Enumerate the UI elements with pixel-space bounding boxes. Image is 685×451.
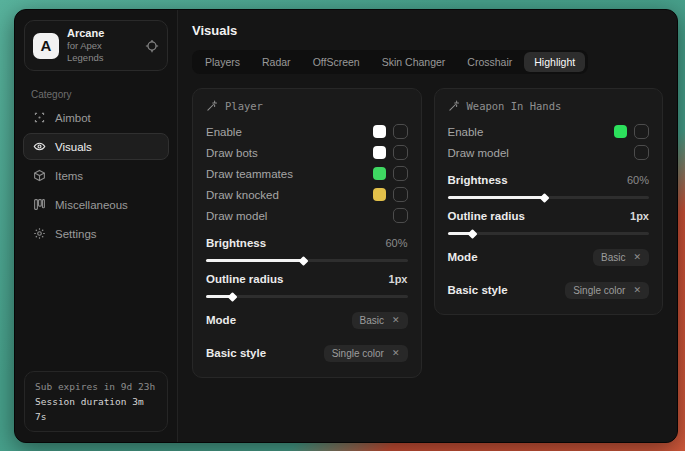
- basic-style-tag[interactable]: Single color ✕: [565, 282, 649, 299]
- brightness-slider[interactable]: [448, 196, 650, 199]
- color-swatch[interactable]: [373, 167, 386, 180]
- category-label: Category: [31, 89, 177, 100]
- sidebar-item-label: Settings: [55, 228, 97, 240]
- outline-radius-slider-block: Outline radius 1px: [206, 270, 408, 298]
- basic-style-select-row: Basic style Single color ✕: [206, 342, 408, 364]
- panel-title: Player: [225, 100, 263, 112]
- sidebar-item-label: Items: [55, 170, 83, 182]
- wand-icon: [448, 100, 460, 112]
- tab-players[interactable]: Players: [195, 52, 250, 72]
- eye-icon: [33, 140, 46, 153]
- remove-tag-icon[interactable]: ✕: [392, 316, 400, 325]
- color-swatch[interactable]: [614, 125, 627, 138]
- box-icon: [33, 169, 46, 182]
- color-swatch[interactable]: [373, 146, 386, 159]
- columns-icon: [33, 198, 46, 211]
- weapon-in-hands-panel: Weapon In Hands Enable Draw model: [434, 88, 664, 315]
- sidebar-item-label: Visuals: [55, 141, 92, 153]
- session-duration-text: Session duration 3m 7s: [35, 394, 157, 424]
- mode-tag[interactable]: Basic ✕: [352, 312, 408, 329]
- sidebar-nav: Aimbot Visuals Items: [15, 104, 177, 247]
- tab-offscreen[interactable]: OffScreen: [303, 52, 370, 72]
- toggle-row-draw-knocked: Draw knocked: [206, 184, 408, 205]
- mode-select-row: Mode Basic ✕: [206, 309, 408, 331]
- page-title: Visuals: [192, 23, 663, 38]
- toggle-row-enable: Enable: [448, 121, 650, 142]
- toggle-row-enable: Enable: [206, 121, 408, 142]
- sub-expiry-text: Sub expires in 9d 23h: [35, 379, 157, 394]
- sidebar-item-miscellaneous[interactable]: Miscellaneous: [23, 191, 169, 218]
- basic-style-tag[interactable]: Single color ✕: [324, 345, 408, 362]
- toggle-row-draw-model: Draw model: [448, 142, 650, 163]
- brightness-slider-block: Brightness 60%: [206, 234, 408, 262]
- remove-tag-icon[interactable]: ✕: [392, 349, 400, 358]
- outline-radius-slider[interactable]: [206, 295, 408, 298]
- toggle-row-draw-model: Draw model: [206, 205, 408, 226]
- sidebar-item-settings[interactable]: Settings: [23, 220, 169, 247]
- slider-thumb[interactable]: [298, 256, 308, 266]
- sidebar-item-label: Miscellaneous: [55, 199, 128, 211]
- draw-model-checkbox[interactable]: [393, 208, 408, 223]
- brightness-value: 60%: [385, 237, 407, 249]
- subscription-info: Sub expires in 9d 23h Session duration 3…: [24, 371, 168, 432]
- draw-bots-checkbox[interactable]: [393, 145, 408, 160]
- enable-checkbox[interactable]: [393, 124, 408, 139]
- main-content: Visuals Players Radar OffScreen Skin Cha…: [178, 10, 677, 442]
- slider-thumb[interactable]: [467, 229, 477, 239]
- tab-skin-changer[interactable]: Skin Changer: [372, 52, 456, 72]
- brightness-slider-block: Brightness 60%: [448, 171, 650, 199]
- app-logo: A: [33, 33, 59, 59]
- outline-radius-slider[interactable]: [448, 232, 650, 235]
- player-panel: Player Enable Draw bots: [192, 88, 422, 378]
- sidebar-item-items[interactable]: Items: [23, 162, 169, 189]
- outline-radius-value: 1px: [389, 273, 408, 285]
- outline-radius-slider-block: Outline radius 1px: [448, 207, 650, 235]
- remove-tag-icon[interactable]: ✕: [633, 286, 641, 295]
- tab-crosshair[interactable]: Crosshair: [457, 52, 522, 72]
- toggle-row-draw-teammates: Draw teammates: [206, 163, 408, 184]
- enable-checkbox[interactable]: [634, 124, 649, 139]
- draw-knocked-checkbox[interactable]: [393, 187, 408, 202]
- remove-tag-icon[interactable]: ✕: [633, 253, 641, 262]
- outline-radius-value: 1px: [630, 210, 649, 222]
- gear-icon: [33, 227, 46, 240]
- app-name: Arcane: [67, 27, 137, 40]
- crosshair-icon: [33, 111, 46, 124]
- sidebar-item-aimbot[interactable]: Aimbot: [23, 104, 169, 131]
- brightness-value: 60%: [627, 174, 649, 186]
- basic-style-select-row: Basic style Single color ✕: [448, 279, 650, 301]
- color-swatch[interactable]: [373, 125, 386, 138]
- app-card: A Arcane for Apex Legends: [24, 20, 168, 71]
- color-swatch[interactable]: [373, 188, 386, 201]
- sidebar-item-label: Aimbot: [55, 112, 91, 124]
- app-window: A Arcane for Apex Legends Category Aimbo…: [14, 9, 678, 443]
- visuals-tabbar: Players Radar OffScreen Skin Changer Cro…: [192, 50, 588, 74]
- sidebar: A Arcane for Apex Legends Category Aimbo…: [15, 10, 178, 442]
- slider-thumb[interactable]: [540, 193, 550, 203]
- draw-teammates-checkbox[interactable]: [393, 166, 408, 181]
- tab-highlight[interactable]: Highlight: [524, 52, 585, 72]
- slider-thumb[interactable]: [228, 292, 238, 302]
- tab-radar[interactable]: Radar: [252, 52, 301, 72]
- toggle-row-draw-bots: Draw bots: [206, 142, 408, 163]
- sidebar-item-visuals[interactable]: Visuals: [23, 133, 169, 160]
- panel-title: Weapon In Hands: [467, 100, 562, 112]
- panels-row: Player Enable Draw bots: [192, 88, 663, 378]
- draw-model-checkbox[interactable]: [634, 145, 649, 160]
- mode-select-row: Mode Basic ✕: [448, 246, 650, 268]
- brightness-slider[interactable]: [206, 259, 408, 262]
- mode-tag[interactable]: Basic ✕: [593, 249, 649, 266]
- wand-icon: [206, 100, 218, 112]
- app-subtitle: for Apex Legends: [67, 40, 137, 64]
- target-icon[interactable]: [145, 39, 159, 53]
